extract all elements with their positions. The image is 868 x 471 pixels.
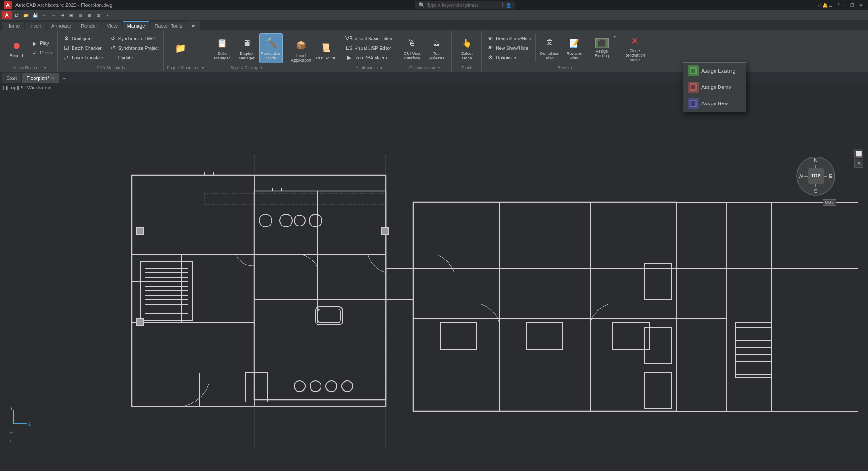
- load-run-label: [289, 69, 337, 70]
- floorplan-tab-label: Floorplan*: [26, 75, 49, 81]
- sync-dwg-icon: ↺: [109, 35, 117, 42]
- tab-close-button[interactable]: ✕: [51, 76, 54, 80]
- minimize-button[interactable]: ─: [841, 1, 848, 9]
- renovation-mode-button[interactable]: 🔨 Renovation Mode: [259, 33, 283, 63]
- tab-render[interactable]: Render: [76, 22, 102, 30]
- update-button[interactable]: ↑ Update: [108, 53, 161, 62]
- search-icon: 🔍: [419, 2, 425, 8]
- demo-show-hide-button[interactable]: 👁 Demo Show/Hide: [485, 34, 533, 43]
- view-close-button[interactable]: ✕: [854, 159, 863, 168]
- style-display-label: Style & Display▾: [210, 64, 283, 70]
- run-vba-button[interactable]: ▶ Run VBA Macro: [344, 53, 394, 62]
- select-mode-button[interactable]: 👆 Select Mode: [455, 33, 478, 63]
- ribbon-tab-bar: Home Insert Annotate Render View Manage …: [0, 20, 868, 30]
- run-script-icon: 📜: [318, 40, 333, 55]
- play-button[interactable]: ▶ Play: [29, 39, 54, 48]
- svg-text:TOP: TOP: [811, 173, 821, 178]
- tab-more[interactable]: ▶: [187, 21, 200, 30]
- layer-translator-button[interactable]: ⇄ Layer Translator: [61, 53, 106, 62]
- assign-dropdown-arrow[interactable]: ▾: [614, 35, 616, 39]
- ribbon-group-renovation: 👁 Demo Show/Hide 👁 New Show/Hide ⚙ Optio…: [482, 31, 651, 71]
- vb-editor-button[interactable]: VB Visual Basic Editor: [344, 34, 394, 43]
- close-button[interactable]: ✕: [857, 1, 864, 9]
- lisp-editor-button[interactable]: LS Visual LISP Editor: [344, 44, 394, 53]
- svg-rect-98: [691, 69, 695, 73]
- assign-demo-menu-item[interactable]: Assign Demo: [683, 79, 746, 95]
- style-manager-button[interactable]: 📋 Style Manager: [210, 33, 234, 63]
- doc-tab-start[interactable]: Start: [2, 73, 21, 83]
- run-script-button[interactable]: 📜 Run Script: [314, 35, 337, 65]
- tab-insert[interactable]: Insert: [25, 22, 46, 30]
- new-button[interactable]: 🗋: [13, 11, 21, 19]
- tool-palettes-button[interactable]: 🗂 Tool Palettes: [425, 33, 449, 63]
- cad-drawing: [0, 83, 868, 471]
- qa-dropdown-arrow[interactable]: ▾: [104, 11, 112, 19]
- save-button[interactable]: 💾: [31, 11, 39, 19]
- undo-button[interactable]: ↩: [40, 11, 48, 19]
- qa-extra-btn2[interactable]: ▤: [76, 11, 84, 19]
- tab-raster-tools[interactable]: Raster Tools: [150, 22, 187, 30]
- svg-rect-100: [691, 85, 695, 89]
- search-help-icon: ?: [501, 3, 504, 8]
- separator: [535, 34, 536, 62]
- help-icon[interactable]: ?: [837, 2, 840, 8]
- tab-manage[interactable]: Manage: [123, 21, 150, 30]
- assign-new-menu-item[interactable]: Assign New: [683, 95, 746, 112]
- record-icon: ⏺: [9, 38, 24, 53]
- tab-home[interactable]: Home: [2, 22, 24, 30]
- configure-button[interactable]: ⚙ Configure: [61, 34, 106, 43]
- project-standards-btn[interactable]: 📁: [167, 34, 194, 62]
- ribbon-group-touch: 👆 Select Mode Touch: [452, 31, 482, 71]
- check-button[interactable]: ✓ Check: [29, 49, 54, 58]
- doc-tab-floorplan[interactable]: Floorplan* ✕: [22, 73, 59, 83]
- sync-project-icon: ↺: [109, 44, 117, 52]
- tab-annotate[interactable]: Annotate: [47, 22, 76, 30]
- style-display-buttons: 📋 Style Manager 🖥 Display Manager 🔨 Reno…: [210, 32, 283, 64]
- assign-existing-icon: ⬛: [595, 38, 609, 48]
- search-input[interactable]: [427, 3, 499, 8]
- demolition-plan-button[interactable]: 🏚 Demolition Plan: [538, 33, 562, 63]
- new-show-hide-button[interactable]: 👁 New Show/Hide: [485, 44, 533, 53]
- plot-button[interactable]: 🖨: [58, 11, 66, 19]
- app-menu-button[interactable]: A: [2, 11, 12, 19]
- tab-view[interactable]: View: [102, 22, 122, 30]
- assign-existing-label: Assign Existing: [701, 68, 735, 74]
- cad-standards-label: CAD Standards: [61, 64, 160, 70]
- title-bar-search[interactable]: 🔍 ? 👤: [415, 1, 515, 9]
- assign-demo-label: Assign Demo: [701, 84, 731, 90]
- renovation-label: Renova...: [485, 64, 648, 70]
- display-manager-icon: 🖥: [239, 36, 254, 50]
- batch-checker-button[interactable]: ☑ Batch Checker: [61, 44, 106, 53]
- redo-button[interactable]: ↪: [49, 11, 57, 19]
- dropdown-menu: Assign Existing Assign Demo Assign New: [683, 62, 746, 112]
- title-bar: A AutoCAD Architecture 2020 - Floorplan.…: [0, 0, 868, 10]
- play-icon: ▶: [31, 40, 38, 47]
- options-button[interactable]: ⚙ Options▾: [485, 53, 533, 62]
- assign-existing-button[interactable]: ⬛ Assign Existing ▾: [587, 33, 616, 63]
- new-tab-button[interactable]: +: [59, 74, 69, 83]
- close-renovation-button[interactable]: ✕ Close Renovation Mode: [621, 33, 648, 63]
- revision-plan-button[interactable]: 📝 Revision Plan: [562, 33, 586, 63]
- open-button[interactable]: 📂: [22, 11, 30, 19]
- qa-extra-btn3[interactable]: ▦: [85, 11, 94, 19]
- renovation-buttons: 👁 Demo Show/Hide 👁 New Show/Hide ⚙ Optio…: [485, 32, 648, 64]
- restore-button[interactable]: ❐: [849, 1, 856, 9]
- revision-icon: 📝: [567, 36, 582, 50]
- display-manager-button[interactable]: 🖥 Display Manager: [235, 33, 258, 63]
- notification-icon: 🔔: [822, 3, 828, 8]
- record-button[interactable]: ⏺ Record: [5, 33, 28, 63]
- load-application-button[interactable]: 📦 Load Application: [289, 35, 313, 65]
- qa-extra-btn4[interactable]: ◫: [94, 11, 103, 19]
- view-maximize-button[interactable]: ⬜: [854, 149, 863, 158]
- synchronize-dwg-button[interactable]: ↺ Synchronize DWG: [108, 34, 161, 43]
- assign-existing-menu-item[interactable]: Assign Existing: [683, 63, 746, 79]
- load-run-buttons: 📦 Load Application 📜 Run Script: [289, 32, 337, 69]
- reno-col-left: 👁 Demo Show/Hide 👁 New Show/Hide ⚙ Optio…: [485, 34, 533, 62]
- project-icon: 📁: [177, 44, 184, 52]
- cui-button[interactable]: 🖱 CUI User Interface: [400, 33, 424, 63]
- synchronize-project-button[interactable]: ↺ Synchronize Project: [108, 44, 161, 53]
- svg-rect-1: [0, 91, 868, 463]
- app-logo[interactable]: A: [4, 1, 12, 9]
- qa-extra-btn1[interactable]: ▣: [67, 11, 75, 19]
- ribbon-group-cad-standards: ⚙ Configure ☑ Batch Checker ⇄ Layer Tran…: [58, 31, 163, 71]
